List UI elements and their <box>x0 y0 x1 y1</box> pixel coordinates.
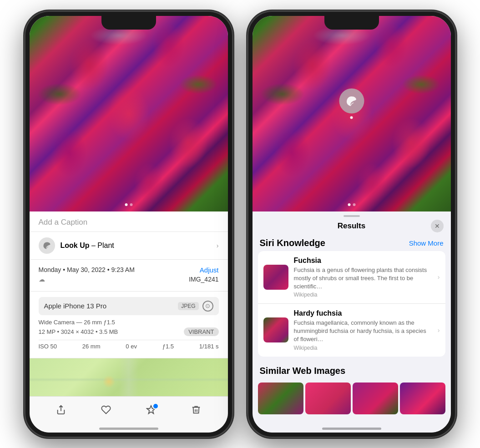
page-dot-1 <box>125 203 127 206</box>
lookup-label: Look Up – Plant <box>61 242 114 250</box>
fuchsia-thumbnail <box>263 265 288 290</box>
similar-image-4[interactable] <box>400 383 445 414</box>
location-icon: ⊙ <box>202 301 213 312</box>
similar-image-2[interactable] <box>305 383 351 414</box>
close-icon: ✕ <box>435 222 440 230</box>
caption-placeholder[interactable]: Add a Caption <box>39 218 88 227</box>
device-name: Apple iPhone 13 Pro <box>44 302 107 310</box>
home-indicator[interactable] <box>99 428 158 430</box>
right-photo-area[interactable] <box>253 16 451 211</box>
exif-shutter: 1/181 s <box>199 343 219 350</box>
delete-button[interactable] <box>191 405 201 415</box>
device-section: Apple iPhone 13 Pro JPEG ⊙ Wide Camera —… <box>30 292 228 358</box>
format-badge: JPEG <box>178 302 198 310</box>
flower-photo <box>30 16 228 211</box>
similar-image-1[interactable] <box>258 383 303 414</box>
vibrant-badge: VIBRANT <box>184 327 218 336</box>
device-header: Apple iPhone 13 Pro JPEG ⊙ <box>39 297 219 315</box>
fuchsia-description: Fuchsia is a genus of flowering plants t… <box>294 266 432 291</box>
photo-info-section: Monday • May 30, 2022 • 9:23 AM Adjust ☁… <box>30 260 228 292</box>
hardy-source: Wikipedia <box>294 345 432 351</box>
fuchsia-name: Fuchsia <box>294 257 432 265</box>
results-title: Results <box>338 221 365 231</box>
right-phone: Results ✕ Siri Knowledge Show More <box>247 10 456 438</box>
info-badge <box>152 403 159 409</box>
siri-section-title: Siri Knowledge <box>260 238 325 248</box>
notch <box>101 16 156 30</box>
siri-knowledge-section: Siri Knowledge Show More Fuchsia <box>258 234 445 357</box>
adjust-button[interactable]: Adjust <box>200 266 219 274</box>
right-page-indicator <box>348 203 355 206</box>
hardy-chevron-icon: › <box>438 327 440 334</box>
exif-row: ISO 50 26 mm 0 ev ƒ1.5 1/181 s <box>39 340 219 352</box>
fuchsia-info: Fuchsia Fuchsia is a genus of flowering … <box>294 257 432 298</box>
hardy-info: Hardy fuchsia Fuchsia magellanica, commo… <box>294 309 432 351</box>
knowledge-item-fuchsia[interactable]: Fuchsia Fuchsia is a genus of flowering … <box>258 251 445 304</box>
cloud-icon: ☁ <box>39 276 45 283</box>
fuchsia-thumb-img <box>263 265 288 290</box>
trash-icon <box>191 405 201 415</box>
camera-specs-text: 12 MP • 3024 × 4032 • 3.5 MB <box>39 328 118 335</box>
leaf-icon <box>42 241 51 250</box>
right-page-dot-1 <box>348 203 350 206</box>
page-indicator <box>125 203 132 206</box>
exif-aperture: ƒ1.5 <box>162 343 174 350</box>
page-dot-2 <box>130 203 132 206</box>
similar-image-3[interactable] <box>353 383 398 414</box>
visual-lookup-icon <box>39 237 55 254</box>
map-preview[interactable] <box>30 358 228 397</box>
results-panel: Results ✕ Siri Knowledge Show More <box>253 211 451 433</box>
share-icon <box>56 405 66 415</box>
siri-section-header: Siri Knowledge Show More <box>258 234 445 251</box>
filename-label: IMG_4241 <box>189 276 218 283</box>
heart-icon <box>101 405 111 415</box>
knowledge-item-hardy[interactable]: Hardy fuchsia Fuchsia magellanica, commo… <box>258 304 445 357</box>
vi-dot <box>350 116 353 119</box>
camera-specs: 12 MP • 3024 × 4032 • 3.5 MB VIBRANT <box>39 327 219 336</box>
similar-web-section: Similar Web Images <box>258 362 445 414</box>
bottom-toolbar <box>30 396 228 433</box>
similar-section-header: Similar Web Images <box>258 362 445 379</box>
lookup-section[interactable]: Look Up – Plant › <box>30 232 228 260</box>
similar-images-row <box>258 383 445 414</box>
fuchsia-source: Wikipedia <box>294 292 432 298</box>
left-screen: Add a Caption Look Up – Plant › Mon <box>30 16 228 433</box>
exif-iso: ISO 50 <box>39 343 57 350</box>
photo-area[interactable] <box>30 16 228 211</box>
knowledge-card: Fuchsia Fuchsia is a genus of flowering … <box>258 251 445 357</box>
vi-leaf-icon <box>345 95 358 107</box>
results-handle[interactable] <box>253 211 451 217</box>
results-content[interactable]: Siri Knowledge Show More Fuchsia <box>253 234 451 433</box>
favorite-button[interactable] <box>101 405 111 415</box>
share-button[interactable] <box>56 405 66 415</box>
similar-section-title: Similar Web Images <box>260 366 346 376</box>
visual-intelligence-indicator <box>339 89 364 119</box>
left-phone: Add a Caption Look Up – Plant › Mon <box>24 10 233 438</box>
results-close-button[interactable]: ✕ <box>431 220 444 232</box>
exif-focal: 26 mm <box>82 343 101 350</box>
photo-date: Monday • May 30, 2022 • 9:23 AM <box>39 266 135 273</box>
right-home-indicator[interactable] <box>322 428 381 430</box>
device-badges: JPEG ⊙ <box>178 301 213 312</box>
caption-area[interactable]: Add a Caption <box>30 211 228 232</box>
right-notch <box>324 16 379 30</box>
fuchsia-chevron-icon: › <box>438 273 440 281</box>
camera-details: Wide Camera — 26 mm ƒ1.5 <box>39 319 219 326</box>
right-page-dot-2 <box>353 203 355 206</box>
hardy-thumbnail <box>263 317 288 342</box>
show-more-button[interactable]: Show More <box>409 239 444 247</box>
lookup-chevron-icon: › <box>217 242 219 249</box>
hardy-thumb-img <box>263 317 288 342</box>
exif-ev: 0 ev <box>126 343 137 350</box>
right-screen: Results ✕ Siri Knowledge Show More <box>253 16 451 433</box>
vi-circle <box>339 89 364 114</box>
hardy-name: Hardy fuchsia <box>294 309 432 317</box>
hardy-description: Fuchsia magellanica, commonly known as t… <box>294 319 432 344</box>
results-header: Results ✕ <box>253 217 451 234</box>
info-button[interactable] <box>146 405 156 415</box>
